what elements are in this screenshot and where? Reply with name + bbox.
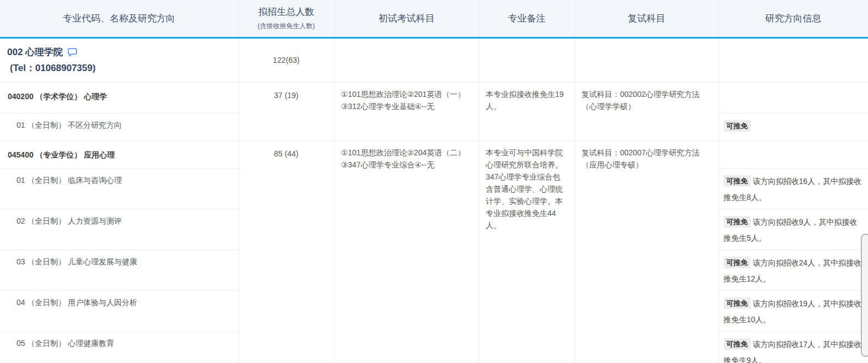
col-header-major-label: 专业代码、名称及研究方向: [63, 13, 175, 24]
college-total: 122(63): [238, 37, 334, 82]
program-note: 本专业可与中国科学院心理研究所联合培养。347心理学专业综合包含普通心理学、心理…: [479, 140, 575, 363]
direction-info-cell: 可推免该方向拟招收19人，其中拟接收推免生10人。: [718, 290, 868, 331]
program-total: 85 (44): [238, 140, 334, 363]
tuimian-badge: 可推免: [724, 175, 751, 187]
tuimian-badge: 可推免: [724, 257, 751, 268]
college-tel: (Tel：01068907359): [7, 62, 238, 74]
college-row: 002 心理学院 (Tel：01068907359) 122(63): [0, 37, 868, 82]
direction-info-cell: 可推免: [718, 113, 868, 140]
direction-name: 03 （全日制） 儿童心理发展与健康: [0, 250, 238, 290]
col-header-major-note-label: 专业备注: [508, 13, 545, 24]
col-header-quota: 拟招生总人数 (含接收推免生人数): [238, 0, 334, 37]
col-header-retest: 复试科目: [575, 0, 718, 37]
tuimian-badge: 可推免: [724, 120, 751, 132]
program-title: 040200 （学术学位） 心理学: [0, 82, 238, 113]
col-header-major: 专业代码、名称及研究方向: [0, 0, 238, 37]
admissions-table: 专业代码、名称及研究方向 拟招生总人数 (含接收推免生人数) 初试考试科目 专业…: [0, 0, 868, 363]
comment-icon[interactable]: [68, 48, 77, 57]
direction-name: 01 （全日制） 临床与咨询心理: [0, 168, 238, 209]
program-subjects: ①101思想政治理论②201英语（一）③312心理学专业基础④--无: [334, 82, 479, 140]
col-header-direction-info: 研究方向信息: [718, 0, 868, 37]
col-header-initial-exam-label: 初试考试科目: [379, 13, 435, 24]
empty-cell: [479, 37, 575, 82]
vertical-scrollbar-thumb[interactable]: [861, 234, 868, 357]
admissions-page: 专业代码、名称及研究方向 拟招生总人数 (含接收推免生人数) 初试考试科目 专业…: [0, 0, 868, 363]
college-cell: 002 心理学院 (Tel：01068907359): [0, 37, 238, 82]
tuimian-badge: 可推免: [724, 297, 751, 309]
empty-cell: [718, 37, 868, 82]
direction-name: 05 （全日制） 心理健康教育: [0, 331, 238, 363]
program-row-040200: 040200 （学术学位） 心理学 37 (19) ①101思想政治理论②201…: [0, 82, 868, 113]
col-header-quota-label: 拟招生总人数: [239, 6, 334, 18]
program-total: 37 (19): [238, 82, 334, 140]
program-subjects: ①101思想政治理论②204英语（二）③347心理学专业综合④--无: [334, 140, 479, 363]
empty-direction-cell: [718, 82, 868, 113]
college-title: 002 心理学院: [7, 46, 238, 58]
direction-info-cell: 可推免该方向拟招收24人，其中拟接收推免生12人。: [718, 250, 868, 290]
direction-info-cell: 可推免该方向拟招收9人，其中拟接收推免生5人。: [718, 209, 868, 250]
program-retest: 复试科目：002007心理学研究方法（应用心理专硕）: [575, 140, 718, 363]
program-row-045400: 045400 （专业学位） 应用心理 85 (44) ①101思想政治理论②20…: [0, 140, 868, 168]
empty-cell: [334, 37, 479, 82]
direction-name: 02 （全日制） 人力资源与测评: [0, 209, 238, 250]
direction-info-cell: 可推免该方向拟招收17人，其中拟接收推免生9人。: [718, 331, 868, 363]
tuimian-badge: 可推免: [724, 338, 751, 350]
direction-name: 04 （全日制） 用户体验与人因分析: [0, 290, 238, 331]
col-header-retest-label: 复试科目: [628, 13, 665, 24]
direction-name: 01 （全日制） 不区分研究方向: [0, 113, 238, 140]
header-row: 专业代码、名称及研究方向 拟招生总人数 (含接收推免生人数) 初试考试科目 专业…: [0, 0, 868, 37]
empty-cell: [575, 37, 718, 82]
program-retest: 复试科目：002002心理学研究方法（心理学学硕）: [575, 82, 718, 140]
col-header-quota-sublabel: (含接收推免生人数): [239, 21, 334, 31]
col-header-major-note: 专业备注: [479, 0, 575, 37]
col-header-direction-info-label: 研究方向信息: [765, 13, 821, 24]
tuimian-badge: 可推免: [724, 216, 751, 227]
direction-info-cell: 可推免该方向拟招收16人，其中拟接收推免生8人。: [718, 168, 868, 209]
empty-direction-cell: [718, 140, 868, 168]
college-name: 002 心理学院: [7, 46, 63, 58]
program-title: 045400 （专业学位） 应用心理: [0, 140, 238, 168]
col-header-initial-exam: 初试考试科目: [334, 0, 479, 37]
program-note: 本专业拟接收推免生19人。: [479, 82, 575, 140]
